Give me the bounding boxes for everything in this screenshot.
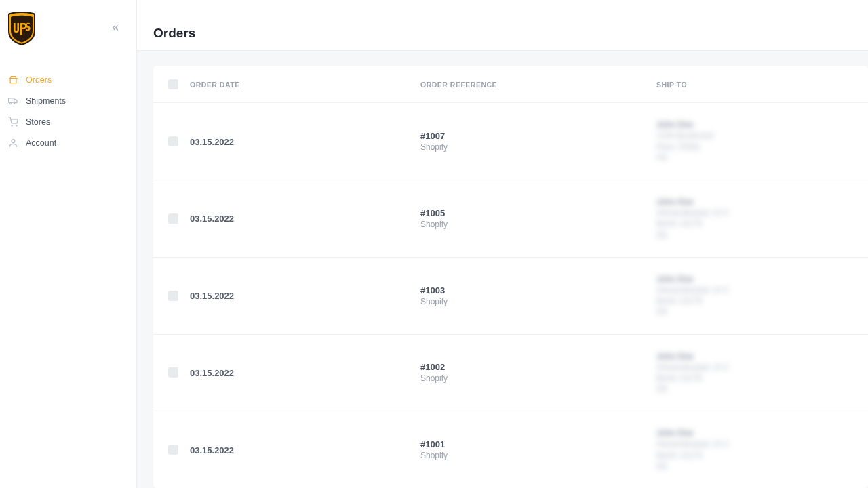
ship-to-redacted: John Doe Alexanderplatz 10 C Berlin 1017… bbox=[656, 351, 868, 395]
svg-rect-1 bbox=[9, 98, 14, 102]
order-source: Shopify bbox=[420, 451, 656, 460]
sidebar-item-account[interactable]: Account bbox=[0, 132, 136, 153]
ship-to-redacted: John Doe Alexanderplatz 10 C Berlin 1017… bbox=[656, 274, 868, 318]
ship-to-redacted: John Doe 1234 Boulevard Paris 75000 FR bbox=[656, 119, 868, 163]
page-title: Orders bbox=[153, 26, 852, 41]
col-header-date: Order Date bbox=[190, 81, 240, 89]
stores-icon bbox=[8, 117, 23, 127]
order-date: 03.15.2022 bbox=[190, 291, 234, 301]
collapse-sidebar-button[interactable] bbox=[109, 22, 121, 34]
sidebar-item-label: Orders bbox=[26, 75, 52, 85]
svg-point-5 bbox=[16, 125, 17, 126]
sidebar-item-stores[interactable]: Stores bbox=[0, 111, 136, 132]
row-checkbox[interactable] bbox=[168, 367, 178, 378]
order-reference: #1002 bbox=[420, 362, 656, 372]
order-date: 03.15.2022 bbox=[190, 214, 234, 224]
order-source: Shopify bbox=[420, 297, 656, 306]
ship-to-redacted: John Doe Alexanderplatz 10 C Berlin 1017… bbox=[656, 197, 868, 241]
sidebar-item-label: Stores bbox=[26, 117, 50, 127]
row-checkbox[interactable] bbox=[168, 445, 178, 455]
row-checkbox[interactable] bbox=[168, 136, 178, 146]
chevrons-left-icon bbox=[111, 23, 120, 33]
order-date: 03.15.2022 bbox=[190, 137, 234, 147]
order-source: Shopify bbox=[420, 142, 656, 152]
row-checkbox[interactable] bbox=[168, 214, 178, 224]
col-header-ref: Order Reference bbox=[420, 81, 497, 89]
select-all-checkbox[interactable] bbox=[168, 79, 178, 89]
orders-icon bbox=[8, 75, 23, 85]
svg-point-4 bbox=[12, 125, 12, 126]
order-reference: #1003 bbox=[420, 285, 656, 296]
sidebar-nav: Orders Shipments Stores bbox=[0, 62, 136, 153]
sidebar-item-shipments[interactable]: Shipments bbox=[0, 90, 136, 111]
orders-table: Order Date Order Reference Ship To 03.15… bbox=[153, 66, 868, 488]
table-row[interactable]: 03.15.2022 #1003 Shopify John Doe Alexan… bbox=[153, 258, 868, 335]
order-reference: #1005 bbox=[420, 208, 656, 218]
account-icon bbox=[8, 138, 23, 148]
order-reference: #1007 bbox=[420, 131, 656, 141]
main-content: Orders Order Date Order Reference Ship T… bbox=[137, 0, 868, 488]
col-header-ship: Ship To bbox=[656, 81, 687, 89]
sidebar-item-label: Shipments bbox=[26, 96, 66, 106]
svg-point-2 bbox=[10, 102, 12, 104]
order-reference: #1001 bbox=[420, 439, 656, 449]
row-checkbox[interactable] bbox=[168, 291, 178, 301]
table-row[interactable]: 03.15.2022 #1005 Shopify John Doe Alexan… bbox=[153, 180, 868, 258]
svg-point-3 bbox=[14, 102, 16, 104]
table-row[interactable]: 03.15.2022 #1001 Shopify John Doe Alexan… bbox=[153, 411, 868, 488]
page-header: Orders bbox=[137, 19, 868, 51]
order-source: Shopify bbox=[420, 220, 656, 229]
ship-to-redacted: John Doe Alexanderplatz 10 C Berlin 1017… bbox=[656, 428, 868, 472]
sidebar-item-orders[interactable]: Orders bbox=[0, 69, 136, 90]
sidebar: Orders Shipments Stores bbox=[0, 0, 137, 488]
shipments-icon bbox=[8, 96, 23, 106]
topbar bbox=[137, 0, 868, 19]
table-row[interactable]: 03.15.2022 #1002 Shopify John Doe Alexan… bbox=[153, 335, 868, 412]
sidebar-item-label: Account bbox=[26, 138, 56, 148]
order-source: Shopify bbox=[420, 373, 656, 383]
order-date: 03.15.2022 bbox=[190, 445, 234, 455]
table-row[interactable]: 03.15.2022 #1007 Shopify John Doe 1234 B… bbox=[153, 103, 868, 180]
table-header-row: Order Date Order Reference Ship To bbox=[153, 66, 868, 103]
order-date: 03.15.2022 bbox=[190, 368, 234, 378]
ups-logo-icon bbox=[7, 9, 37, 46]
svg-point-6 bbox=[12, 140, 15, 143]
